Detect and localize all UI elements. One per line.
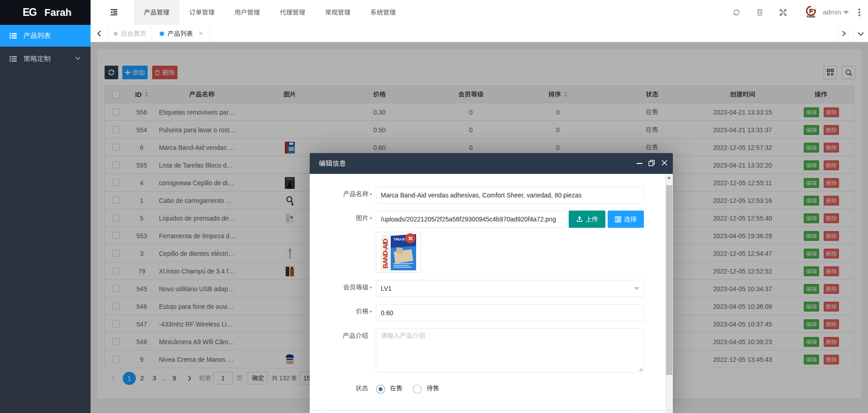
svg-text:BAND-AID: BAND-AID — [381, 239, 389, 269]
